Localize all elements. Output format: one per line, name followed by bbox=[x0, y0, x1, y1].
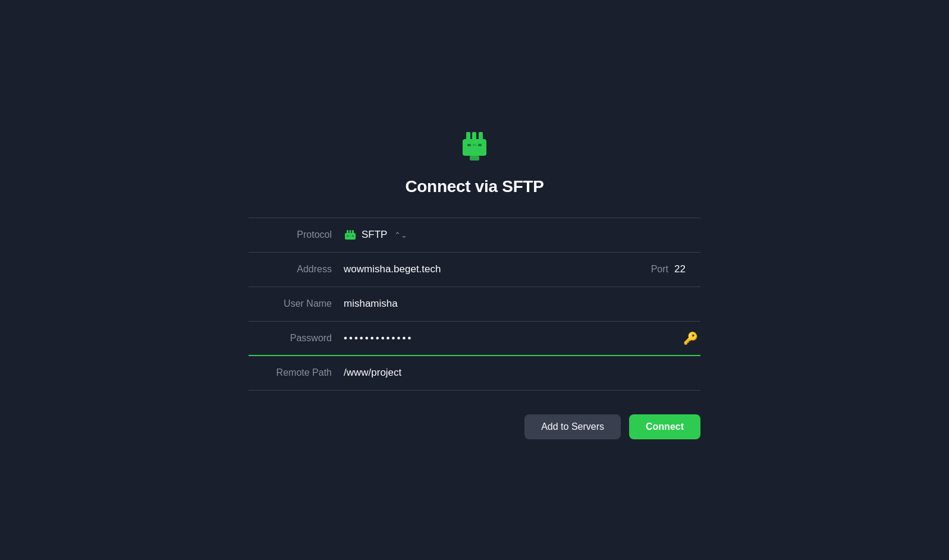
remote-path-label: Remote Path bbox=[249, 367, 344, 378]
chevron-updown-icon: ⌃⌄ bbox=[394, 231, 407, 240]
address-row: Address Port bbox=[249, 253, 700, 287]
sftp-dialog: Connect via SFTP Protocol SFTP bbox=[249, 121, 700, 439]
address-label: Address bbox=[249, 264, 344, 275]
protocol-row: Protocol SFTP ⌃⌄ bbox=[249, 218, 700, 253]
svg-rect-7 bbox=[478, 144, 482, 146]
connect-button[interactable]: Connect bbox=[629, 414, 700, 439]
svg-rect-4 bbox=[470, 156, 479, 161]
port-section: Port bbox=[651, 263, 700, 275]
password-input[interactable] bbox=[344, 332, 683, 344]
username-label: User Name bbox=[249, 298, 344, 309]
username-row: User Name bbox=[249, 287, 700, 322]
svg-rect-2 bbox=[472, 132, 476, 140]
svg-rect-13 bbox=[350, 235, 351, 237]
username-input[interactable] bbox=[344, 298, 700, 310]
port-label: Port bbox=[651, 264, 668, 275]
form-container: Protocol SFTP ⌃⌄ bbox=[249, 218, 700, 391]
protocol-label: Protocol bbox=[249, 229, 344, 240]
svg-rect-6 bbox=[473, 144, 476, 146]
password-label: Password bbox=[249, 333, 344, 344]
remote-path-input[interactable] bbox=[344, 367, 700, 379]
protocol-value: SFTP ⌃⌄ bbox=[344, 228, 700, 241]
svg-rect-9 bbox=[347, 230, 348, 234]
add-to-servers-button[interactable]: Add to Servers bbox=[524, 414, 621, 439]
svg-rect-10 bbox=[350, 230, 351, 234]
key-icon[interactable]: 🔑 bbox=[683, 331, 700, 345]
svg-rect-3 bbox=[479, 132, 483, 140]
dialog-title: Connect via SFTP bbox=[405, 177, 543, 196]
svg-rect-0 bbox=[463, 139, 486, 156]
sftp-plug-icon bbox=[453, 121, 496, 164]
dialog-icon bbox=[453, 121, 496, 166]
svg-rect-14 bbox=[352, 235, 354, 237]
password-value bbox=[344, 332, 683, 344]
protocol-sftp-icon bbox=[344, 228, 357, 241]
remote-path-value bbox=[344, 367, 700, 379]
svg-rect-1 bbox=[466, 132, 470, 140]
address-input[interactable] bbox=[344, 263, 651, 275]
svg-rect-5 bbox=[467, 144, 471, 146]
protocol-selector[interactable]: SFTP ⌃⌄ bbox=[344, 228, 407, 241]
button-row: Add to Servers Connect bbox=[249, 414, 700, 439]
password-row: Password 🔑 bbox=[249, 322, 700, 356]
remote-path-row: Remote Path bbox=[249, 356, 700, 391]
username-value bbox=[344, 298, 700, 310]
port-input[interactable] bbox=[674, 263, 698, 275]
protocol-name: SFTP bbox=[362, 229, 387, 241]
svg-rect-11 bbox=[352, 230, 354, 234]
svg-rect-12 bbox=[347, 235, 348, 237]
address-value bbox=[344, 263, 651, 275]
